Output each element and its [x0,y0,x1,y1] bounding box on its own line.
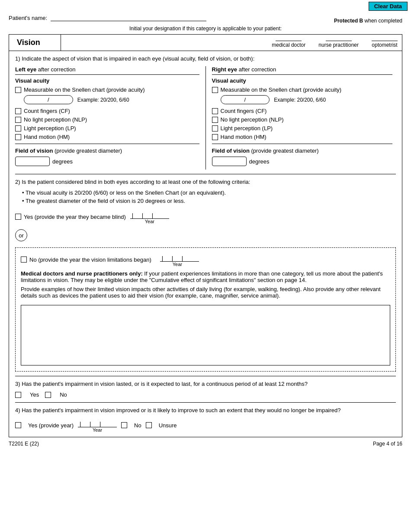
left-divider [15,144,199,144]
left-lp-row: Light perception (LP) [15,125,199,131]
right-snellen-fraction[interactable]: / [221,95,270,104]
left-cf-row: Count fingers (CF) [15,108,199,114]
no-year-field: | | | Year [156,252,199,267]
form-code: T2201 E (22) [9,441,39,447]
right-snellen-numerator[interactable] [225,96,242,103]
left-fov-input-row: degrees [15,157,199,166]
left-snellen-checkbox[interactable] [15,87,21,93]
right-fov-input-row: degrees [212,157,393,166]
question1-text: 1) Indicate the aspect of vision that is… [15,55,396,62]
right-snellen-denominator[interactable] [248,96,266,103]
profession-label-optometrist: optometrist [372,42,397,48]
profession-line-medical [276,41,302,41]
blind-yes-checkbox[interactable] [15,214,21,220]
right-hm-label: Hand motion (HM) [221,134,267,140]
left-fov-section: Field of vision (provide greatest diamet… [15,147,199,166]
right-hm-row: Hand motion (HM) [212,134,393,140]
right-lp-label: Light perception (LP) [221,125,273,131]
right-snellen-slash: / [244,96,246,103]
or-circle: or [15,227,396,244]
q4-year-wrapper: | | | Year [78,418,117,433]
top-bar: Clear Data [0,0,411,13]
left-snellen-slash: / [48,96,49,103]
right-visual-acuity-title: Visual acuity [212,77,393,84]
right-cf-checkbox[interactable] [212,108,218,114]
left-hm-checkbox[interactable] [15,134,21,140]
left-snellen-fraction[interactable]: / [24,95,73,104]
right-snellen-input-row: / Example: 20/200, 6/60 [221,95,393,104]
left-nlp-checkbox[interactable] [15,117,21,123]
profession-label-medical: medical doctor [272,42,305,48]
left-cf-checkbox[interactable] [15,108,21,114]
q4-row: Yes (provide year) | | | Year No Unsure [15,418,396,433]
left-fov-bold: Field of vision [15,147,53,154]
yes-year-label: Year [145,219,154,224]
page-info: Page 4 of 16 [373,441,402,447]
right-fov-input[interactable] [212,157,247,166]
right-nlp-row: No light perception (NLP) [212,116,393,123]
left-cf-label: Count fingers (CF) [24,108,70,114]
dashed-box: No (provide the year the vision limitati… [15,247,396,372]
medical-textarea[interactable] [21,305,390,365]
q3-yes-no-row: Yes No [15,391,396,398]
left-snellen-input-row: / Example: 20/200, 6/60 [24,95,199,104]
right-snellen-row: Measurable on the Snellen chart (provide… [212,87,393,93]
vision-title: Vision [9,35,61,51]
left-fov-suffix: (provide greatest diameter) [53,147,122,154]
right-fov-bold: Field of vision [212,147,250,154]
left-lp-checkbox[interactable] [15,125,21,131]
yes-year-dividers: | | | [132,212,157,218]
q3-no-checkbox[interactable] [45,392,51,398]
q4-no-label: No [134,422,141,429]
right-snellen-label: Measurable on the Snellen chart (provide… [221,87,342,93]
left-fov-title: Field of vision (provide greatest diamet… [15,147,199,154]
section2: 2) Is the patient considered blind in bo… [15,174,396,372]
left-eye-suffix: after correction [36,66,75,73]
dashed-no-row: No (provide the year the vision limitati… [21,252,390,267]
profession-boxes: medical doctor nurse practitioner optome… [61,35,402,51]
right-eye-bold: Right eye [212,66,238,73]
right-cf-row: Count fingers (CF) [212,108,393,114]
left-eye-bold: Left eye [15,66,36,73]
left-lp-label: Light perception (LP) [24,125,76,131]
main-box: 1) Indicate the aspect of vision that is… [9,51,402,437]
patient-name-row: Patient's name: [9,14,51,21]
left-snellen-denominator[interactable] [52,96,69,103]
profession-medical: medical doctor [272,41,305,48]
q3-no-label: No [60,391,67,398]
right-fov-title: Field of vision (provide greatest diamet… [212,147,393,154]
left-visual-acuity-title: Visual acuity [15,77,199,84]
no-year-dividers: | | | [162,255,186,261]
blind-no-label: No (provide the year the vision limitati… [29,256,151,263]
medical-note-bold: Medical doctors and nurse practitioners … [21,270,143,277]
right-snellen-checkbox[interactable] [212,87,218,93]
right-eye-cell: Right eye after correction Visual acuity… [206,66,396,170]
right-hm-checkbox[interactable] [212,134,218,140]
initial-row: Initial your designation if this categor… [9,26,402,32]
right-nlp-checkbox[interactable] [212,117,218,123]
right-fov-suffix: (provide greatest diameter) [250,147,319,154]
blind-yes-label: Yes (provide the year they became blind) [24,214,126,220]
q3-yes-checkbox[interactable] [15,392,21,398]
right-lp-row: Light perception (LP) [212,125,393,131]
blind-no-checkbox[interactable] [21,256,27,263]
left-hm-label: Hand motion (HM) [24,134,70,140]
q4-no-checkbox[interactable] [121,422,127,428]
right-lp-checkbox[interactable] [212,125,218,131]
right-eye-title: Right eye after correction [212,66,393,75]
q4-yes-checkbox[interactable] [15,422,21,428]
right-divider [212,144,393,144]
left-degrees-label: degrees [52,158,73,165]
patient-name-input[interactable] [51,14,206,21]
left-fov-input[interactable] [15,157,50,166]
clear-data-button[interactable]: Clear Data [369,2,408,11]
left-snellen-numerator[interactable] [28,96,45,103]
bullet1: • The visual acuity is 20/200 (6/60) or … [22,189,396,196]
blind-yes-row: Yes (provide the year they became blind)… [15,209,396,224]
q4-year-dividers: | | | [80,420,104,427]
no-year-label: Year [173,262,182,267]
left-hm-row: Hand motion (HM) [15,134,199,140]
right-cf-label: Count fingers (CF) [221,108,267,114]
q4-unsure-checkbox[interactable] [146,422,152,428]
q4-year-label: Year [93,427,102,433]
